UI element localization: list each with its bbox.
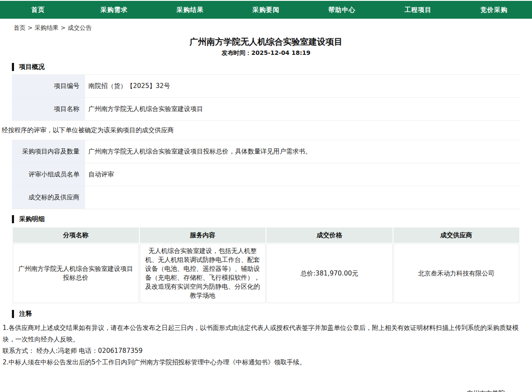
row-label: 采购项目内容及数量 bbox=[12, 140, 85, 163]
nav-item-bidding-purchase[interactable]: 竞价采购 bbox=[456, 6, 532, 14]
breadcrumb-results[interactable]: 采购结果 bbox=[35, 24, 59, 31]
column-header-item-name: 分项名称 bbox=[13, 227, 139, 243]
section-title-overview: 项目概况 bbox=[19, 63, 45, 71]
breadcrumb: 首页>采购结果>成交公告 bbox=[14, 24, 530, 32]
table-row-review-panel: 评审小组成员名单 自动评审 bbox=[12, 163, 520, 186]
table-row-project-number: 项目编号 南院招（货）【2025】32号 bbox=[12, 75, 520, 98]
row-label: 成交标的及供应商 bbox=[12, 186, 85, 209]
table-row-content-quantity: 采购项目内容及数量 广州南方学院无人机综合实验室建设项目投标总价，具体数量详见用… bbox=[12, 140, 520, 163]
row-label: 评审小组成员名单 bbox=[12, 163, 85, 186]
cell-item-name: 广州南方学院无人机综合实验室建设项目投标总价 bbox=[13, 244, 139, 303]
signature-block: 广州南方学院 2025年12月04日 bbox=[2, 388, 530, 392]
section-marker-bar bbox=[12, 215, 14, 223]
section-title-details: 采购明细 bbox=[19, 215, 45, 223]
note-line-award-procedure: 2.中标人须在中标公告发出后的5个工作日内到广州南方学院招投标管理中心办理《中标… bbox=[3, 357, 529, 368]
overview-table-top: 项目编号 南院招（货）【2025】32号 项目名称 广州南方学院无人机综合实验室… bbox=[12, 74, 520, 121]
row-label: 项目名称 bbox=[12, 98, 85, 120]
nav-item-home[interactable]: 首页 bbox=[0, 6, 76, 14]
breadcrumb-award-notice[interactable]: 成交公告 bbox=[68, 24, 91, 31]
nav-item-help-center[interactable]: 帮助中心 bbox=[304, 6, 380, 14]
cell-supplier: 北京叁禾动力科技有限公司 bbox=[393, 244, 520, 303]
notes-block: 1.各供应商对上述成交结果如有异议，请在本公告发布之日起三日内，以书面形式由法定… bbox=[2, 321, 530, 368]
section-header-notes: 注释 bbox=[12, 310, 530, 318]
column-header-service: 服务内容 bbox=[140, 227, 266, 243]
row-value: 广州南方学院无人机综合实验室建设项目投标总价，具体数量详见用户需求书。 bbox=[85, 140, 520, 163]
row-value bbox=[85, 186, 520, 209]
page-title: 广州南方学院无人机综合实验室建设项目 bbox=[2, 36, 530, 48]
section-title-notes: 注释 bbox=[19, 310, 32, 318]
breadcrumb-separator: > bbox=[28, 24, 33, 31]
cell-price: 总价:381,970.00元 bbox=[266, 244, 393, 303]
cell-service-content: 无人机综合实验室建设，包括无人机整机、无人机组装调试防静电工作台、配套设备（电池… bbox=[140, 244, 266, 303]
column-header-supplier: 成交供应商 bbox=[393, 227, 520, 243]
table-row-award-supplier: 成交标的及供应商 bbox=[12, 186, 520, 209]
nav-item-purchase-news[interactable]: 采购要闻 bbox=[228, 6, 304, 14]
signature-organization: 广州南方学院 bbox=[2, 388, 505, 392]
page: 首页 采购需求 采购结果 采购要闻 帮助中心 工程项目 竞价采购 首页>采购结果… bbox=[0, 0, 532, 392]
section-header-details: 采购明细 bbox=[12, 215, 530, 223]
note-line-objection: 1.各供应商对上述成交结果如有异议，请在本公告发布之日起三日内，以书面形式由法定… bbox=[3, 322, 529, 345]
main-content: 首页>采购结果>成交公告 广州南方学院无人机综合实验室建设项目 发布时间：202… bbox=[0, 19, 532, 392]
top-navigation: 首页 采购需求 采购结果 采购要闻 帮助中心 工程项目 竞价采购 bbox=[0, 1, 532, 19]
table-row-project-name: 项目名称 广州南方学院无人机综合实验室建设项目 bbox=[12, 98, 520, 121]
row-label: 项目编号 bbox=[12, 75, 85, 97]
breadcrumb-home[interactable]: 首页 bbox=[14, 24, 25, 31]
nav-item-purchase-results[interactable]: 采购结果 bbox=[152, 6, 228, 14]
row-value: 广州南方学院无人机综合实验室建设项目 bbox=[85, 98, 520, 120]
row-value: 自动评审 bbox=[85, 163, 520, 186]
procurement-detail-table: 分项名称 服务内容 成交价格 成交供应商 广州南方学院无人机综合实验室建设项目投… bbox=[12, 227, 520, 304]
nav-item-engineering-projects[interactable]: 工程项目 bbox=[380, 6, 456, 14]
row-value: 南院招（货）【2025】32号 bbox=[85, 75, 520, 97]
table-header-row: 分项名称 服务内容 成交价格 成交供应商 bbox=[13, 227, 519, 243]
publish-time: 发布时间：2025-12-04 18:19 bbox=[2, 49, 530, 57]
table-row: 广州南方学院无人机综合实验室建设项目投标总价 无人机综合实验室建设，包括无人机整… bbox=[13, 244, 519, 303]
note-line-contact: 联系方式： 经办人:冯老师 电话：02061787359 bbox=[3, 345, 529, 357]
breadcrumb-separator: > bbox=[61, 24, 66, 31]
award-statement-text: 经按程序的评审，以下单位被确定为该采购项目的成交供应商 bbox=[2, 121, 530, 140]
column-header-price: 成交价格 bbox=[266, 227, 393, 243]
nav-item-purchase-demand[interactable]: 采购需求 bbox=[76, 6, 152, 14]
section-marker-bar bbox=[12, 63, 14, 71]
section-marker-bar bbox=[12, 310, 14, 318]
section-header-overview: 项目概况 bbox=[12, 63, 530, 71]
overview-table-bottom: 采购项目内容及数量 广州南方学院无人机综合实验室建设项目投标总价，具体数量详见用… bbox=[12, 140, 520, 209]
